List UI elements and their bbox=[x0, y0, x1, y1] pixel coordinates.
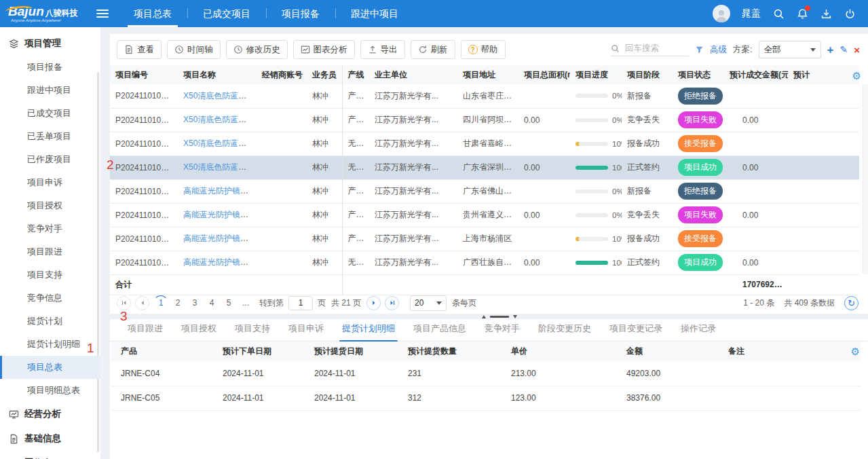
detail-tab-项目申诉[interactable]: 项目申诉 bbox=[288, 323, 324, 341]
column-header[interactable]: 业务员 bbox=[307, 65, 342, 84]
detail-tab-项目授权[interactable]: 项目授权 bbox=[181, 323, 216, 341]
search-icon[interactable] bbox=[772, 7, 785, 20]
avatar[interactable] bbox=[713, 5, 730, 22]
sidebar-item-已丢单项目[interactable]: 已丢单项目 bbox=[0, 125, 100, 148]
detail-tab-阶段变更历史[interactable]: 阶段变更历史 bbox=[538, 323, 591, 341]
column-header[interactable]: 项目总面积(m²) bbox=[518, 65, 570, 84]
expand-up-icon[interactable] bbox=[482, 315, 486, 318]
detail-tab-项目产品信息[interactable]: 项目产品信息 bbox=[413, 323, 466, 341]
column-header[interactable]: 项目名称 bbox=[178, 65, 257, 84]
sidebar-item-项目总表[interactable]: 项目总表 bbox=[0, 356, 100, 379]
table-row[interactable]: P202411010025X50清底色防蓝光镜片...林冲产线A江苏万新光学有.… bbox=[110, 84, 859, 108]
menu-toggle-icon[interactable] bbox=[96, 7, 109, 20]
page-number-...[interactable]: ... bbox=[238, 295, 253, 310]
detail-tab-项目支持[interactable]: 项目支持 bbox=[235, 323, 270, 341]
top-tab-跟进中项目[interactable]: 跟进中项目 bbox=[335, 0, 414, 27]
detail-row[interactable]: JRNE-C042024-11-012024-11-01231213.00492… bbox=[111, 361, 861, 386]
goto-page-input[interactable] bbox=[288, 296, 313, 310]
grid-vertical-scrollbar[interactable] bbox=[863, 84, 868, 274]
column-settings-gear-icon[interactable]: ⚙ bbox=[852, 70, 861, 82]
refresh-data-icon[interactable]: ↻ bbox=[844, 296, 858, 310]
toolbar-button-图表分析[interactable]: 图表分析 bbox=[293, 40, 355, 59]
next-page-button[interactable] bbox=[366, 296, 381, 310]
table-row[interactable]: P202411010020高能蓝光防护镜片采购...林冲产线A江苏万新光学有..… bbox=[110, 203, 859, 227]
project-name-link[interactable]: 高能蓝光防护镜片采购... bbox=[183, 186, 257, 196]
page-number-5[interactable]: 5 bbox=[221, 295, 236, 310]
top-tab-已成交项目[interactable]: 已成交项目 bbox=[187, 0, 266, 27]
drag-bar-icon[interactable] bbox=[490, 316, 509, 318]
table-row[interactable]: P202411010023X50清底色防蓝光镜片...林冲无产线江苏万新光学有.… bbox=[110, 132, 859, 155]
top-tab-项目总表[interactable]: 项目总表 bbox=[118, 0, 187, 27]
sidebar-item-项目跟进[interactable]: 项目跟进 bbox=[0, 240, 100, 263]
edit-scheme-icon[interactable]: ✎ bbox=[840, 44, 848, 55]
sidebar-item-提货计划[interactable]: 提货计划 bbox=[0, 310, 100, 333]
collapse-down-icon[interactable] bbox=[513, 315, 517, 318]
delete-scheme-icon[interactable]: × bbox=[854, 45, 860, 55]
download-icon[interactable] bbox=[820, 7, 832, 20]
sidebar-item-项目支持[interactable]: 项目支持 bbox=[0, 263, 100, 287]
bell-icon[interactable] bbox=[796, 7, 808, 20]
table-row[interactable]: P202411010018高能蓝光防护镜片采购...林冲无产线江苏万新光学有..… bbox=[110, 251, 859, 274]
column-header[interactable]: 项目状态 bbox=[673, 65, 724, 84]
last-page-button[interactable] bbox=[385, 296, 399, 310]
toolbar-button-导出[interactable]: 导出 bbox=[360, 40, 405, 59]
column-header[interactable]: 预计 bbox=[788, 65, 859, 84]
sidebar-group-基础信息[interactable]: 基础信息 bbox=[0, 426, 100, 451]
table-row[interactable]: P202411010019高能蓝光防护镜片采购...林冲产线A江苏万新光学有..… bbox=[110, 227, 859, 251]
sidebar-item-已成交项目[interactable]: 已成交项目 bbox=[0, 102, 100, 125]
project-name-link[interactable]: 高能蓝光防护镜片采购... bbox=[183, 234, 257, 243]
toolbar-button-修改历史[interactable]: 修改历史 bbox=[226, 40, 288, 59]
sidebar-item-项目授权[interactable]: 项目授权 bbox=[0, 194, 100, 217]
table-row[interactable]: P202411010022X50清底色防蓝光镜片...林冲无产线江苏万新光学有.… bbox=[110, 155, 859, 179]
detail-tab-项目变更记录[interactable]: 项目变更记录 bbox=[609, 323, 662, 341]
sidebar-group-经营分析[interactable]: 经营分析 bbox=[0, 402, 100, 426]
project-name-link[interactable]: X50清底色防蓝光镜片... bbox=[183, 162, 257, 172]
page-number-3[interactable]: 3 bbox=[187, 295, 202, 310]
column-header[interactable]: 产线 bbox=[342, 65, 369, 84]
splitter-handle[interactable] bbox=[482, 315, 517, 318]
detail-column-settings-gear-icon[interactable]: ⚙ bbox=[851, 346, 860, 358]
detail-tab-项目跟进[interactable]: 项目跟进 bbox=[128, 323, 163, 341]
sidebar-item-竞争信息[interactable]: 竞争信息 bbox=[0, 287, 100, 310]
filter-icon[interactable] bbox=[695, 45, 704, 54]
column-header[interactable]: 业主单位 bbox=[369, 65, 457, 84]
project-name-link[interactable]: 高能蓝光防护镜片采购... bbox=[183, 257, 257, 267]
column-header[interactable]: 预计成交金额(元) bbox=[724, 65, 788, 84]
page-number-2[interactable]: 2 bbox=[170, 295, 185, 310]
detail-tab-提货计划明细[interactable]: 提货计划明细 bbox=[342, 323, 395, 341]
toolbar-button-帮助[interactable]: ?帮助 bbox=[461, 40, 506, 59]
column-header[interactable]: 经销商账号 bbox=[257, 65, 307, 84]
column-header[interactable]: 项目进度 bbox=[570, 65, 622, 84]
prev-page-button[interactable] bbox=[135, 296, 149, 310]
sidebar-group-项目管理[interactable]: 项目管理 bbox=[0, 31, 100, 56]
project-name-link[interactable]: X50清底色防蓝光镜片... bbox=[183, 115, 257, 124]
table-row[interactable]: P202411010021高能蓝光防护镜片采购...林冲产线B江苏万新光学有..… bbox=[110, 179, 859, 203]
sidebar-item-项目报备[interactable]: 项目报备 bbox=[0, 56, 100, 79]
page-size-select[interactable]: 20 bbox=[410, 295, 447, 311]
power-icon[interactable] bbox=[844, 7, 856, 20]
scheme-select[interactable]: 全部 bbox=[759, 41, 821, 58]
page-number-4[interactable]: 4 bbox=[204, 295, 219, 310]
project-name-link[interactable]: X50清底色防蓝光镜片... bbox=[183, 139, 257, 148]
toolbar-button-时间轴[interactable]: 时间轴 bbox=[167, 40, 221, 59]
sidebar-item-已作废项目[interactable]: 已作废项目 bbox=[0, 148, 100, 171]
page-number-1[interactable]: 1 bbox=[153, 295, 168, 310]
username[interactable]: 晁盖 bbox=[742, 7, 761, 20]
top-tab-项目报备[interactable]: 项目报备 bbox=[266, 0, 335, 27]
search-input[interactable] bbox=[624, 43, 689, 54]
sidebar-item-提货计划明细[interactable]: 提货计划明细 bbox=[0, 333, 100, 356]
sidebar-item-项目明细总表[interactable]: 项目明细总表 bbox=[0, 379, 100, 402]
sidebar-item-竞争对手[interactable]: 竞争对手 bbox=[0, 217, 100, 240]
table-row[interactable]: P202411010024X50清底色防蓝光镜片...林冲产线D江苏万新光学有.… bbox=[110, 108, 859, 132]
project-name-link[interactable]: X50清底色防蓝光镜片... bbox=[183, 91, 257, 100]
project-name-link[interactable]: 高能蓝光防护镜片采购... bbox=[183, 210, 257, 219]
sidebar-group-工作台[interactable]: 工作台 bbox=[0, 451, 100, 459]
detail-tab-竞争对手[interactable]: 竞争对手 bbox=[485, 323, 520, 341]
advanced-search-link[interactable]: 高级 bbox=[710, 44, 727, 56]
column-header[interactable]: 项目地址 bbox=[457, 65, 518, 84]
sidebar-item-跟进中项目[interactable]: 跟进中项目 bbox=[0, 79, 100, 102]
column-header[interactable]: 项目阶段 bbox=[622, 65, 673, 84]
add-scheme-icon[interactable]: + bbox=[827, 44, 834, 56]
toolbar-button-查看[interactable]: 查看 bbox=[117, 40, 162, 59]
sidebar-item-项目申诉[interactable]: 项目申诉 bbox=[0, 171, 100, 194]
